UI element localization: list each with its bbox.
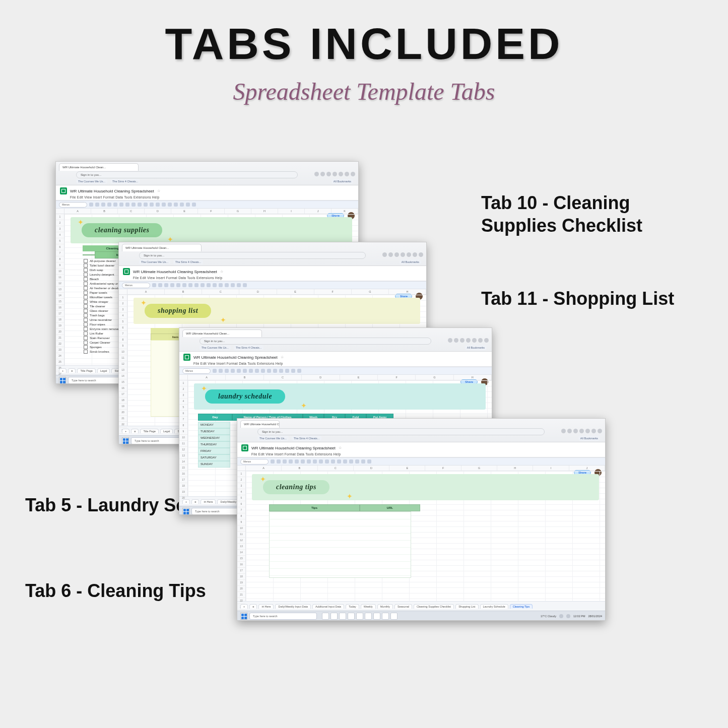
section-title: shopping list — [145, 304, 211, 318]
menu-bar[interactable]: File Edit View Insert Format Data Tools … — [70, 195, 354, 199]
bookmarks-bar[interactable]: The Courses We Us...The Sims 4 Cheats...… — [76, 179, 353, 184]
browser-tab[interactable]: WR Ultimate Household Clean... — [182, 329, 262, 337]
sheets-titlebar: WR Ultimate Household Cleaning Spreadshe… — [56, 185, 358, 201]
page-title: TABS INCLUDED — [0, 18, 728, 70]
section-title: cleaning supplies — [82, 223, 162, 237]
extension-icons[interactable] — [314, 172, 355, 176]
screenshot-cleaning-tips: WR Ultimate Household Clean... Sign in t… — [237, 418, 606, 621]
sheet-tabs[interactable]: +≡ irt Here Daily/Weekly Input Data Addi… — [237, 601, 605, 611]
address-bar[interactable]: Sign in to you... — [139, 252, 366, 259]
column-headers[interactable]: ABCDEFGHIJK — [56, 209, 358, 214]
sheets-logo-icon — [60, 187, 67, 194]
banner: cleaning supplies ✦ ✦ — [71, 217, 352, 243]
address-bar[interactable]: Sign in to you... — [200, 338, 431, 345]
laundry-days: MONDAYTUESDAYWEDNESDAYTHURSDAYFRIDAYSATU… — [198, 422, 230, 468]
row-numbers[interactable]: 1234567891011121314151617181920212223242… — [56, 214, 64, 365]
section-title: cleaning tips — [263, 480, 329, 494]
sheets-logo-icon — [123, 268, 130, 275]
menu-search[interactable]: Menus — [59, 202, 87, 208]
browser-tab[interactable]: WR Ultimate Household Clean... — [122, 244, 202, 251]
browser-chrome: WR Ultimate Household Clean... Sign in t… — [56, 162, 358, 185]
caption-tab10: Tab 10 - Cleaning Supplies Checklist — [481, 191, 698, 237]
star-icon[interactable]: ☆ — [157, 189, 160, 193]
page-subtitle: Spreadsheet Template Tabs — [0, 78, 728, 105]
doc-title[interactable]: WR Ultimate Household Cleaning Spreadshe… — [70, 189, 154, 193]
section-title: laundry schedule — [205, 389, 285, 404]
caption-tab11: Tab 11 - Shopping List — [481, 287, 698, 310]
toolbar[interactable]: Menus — [56, 201, 358, 209]
browser-tab[interactable]: WR Ultimate Household Clean... — [59, 163, 139, 171]
tips-table-body[interactable] — [269, 511, 411, 578]
address-bar[interactable]: Sign in to you... — [257, 428, 545, 435]
start-button[interactable] — [59, 377, 66, 384]
browser-tab[interactable]: WR Ultimate Household Clean... — [240, 420, 280, 428]
caption-tab6: Tab 6 - Cleaning Tips — [25, 579, 206, 602]
sparkle-icon: ✦ — [78, 218, 84, 226]
address-bar[interactable]: Sign in to you... — [76, 171, 298, 178]
